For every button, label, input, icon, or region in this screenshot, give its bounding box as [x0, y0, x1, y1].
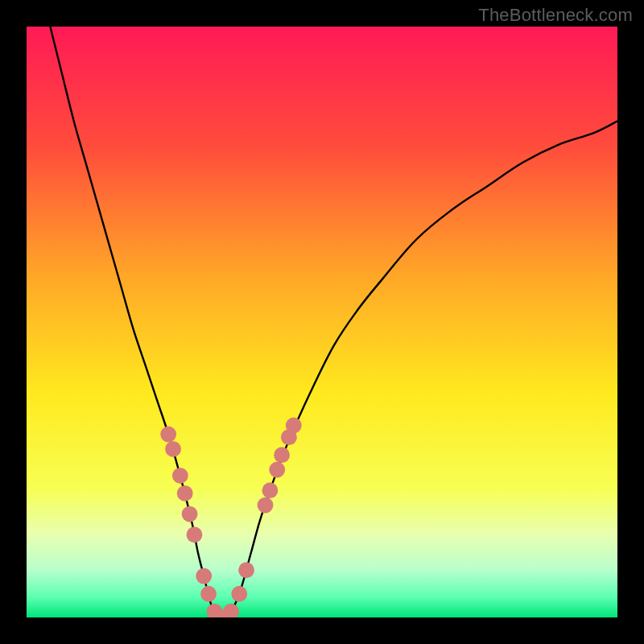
curve-marker	[160, 427, 176, 443]
curve-marker	[286, 418, 302, 434]
curve-marker	[200, 586, 217, 602]
curve-marker	[274, 447, 290, 463]
chart-stage: TheBottleneck.com	[0, 0, 644, 644]
curve-marker	[231, 586, 247, 602]
curve-marker	[269, 462, 285, 478]
bottleneck-chart	[27, 27, 617, 617]
gradient-background	[27, 27, 617, 617]
curve-marker	[196, 568, 212, 584]
curve-marker	[187, 526, 203, 543]
curve-marker	[238, 562, 254, 578]
curve-marker	[258, 497, 274, 514]
plot-area	[27, 27, 617, 617]
curve-marker	[262, 482, 279, 498]
curve-marker	[165, 441, 181, 457]
curve-marker	[177, 485, 193, 502]
curve-marker	[172, 468, 188, 484]
curve-marker	[182, 506, 198, 522]
watermark-text: TheBottleneck.com	[478, 5, 633, 26]
